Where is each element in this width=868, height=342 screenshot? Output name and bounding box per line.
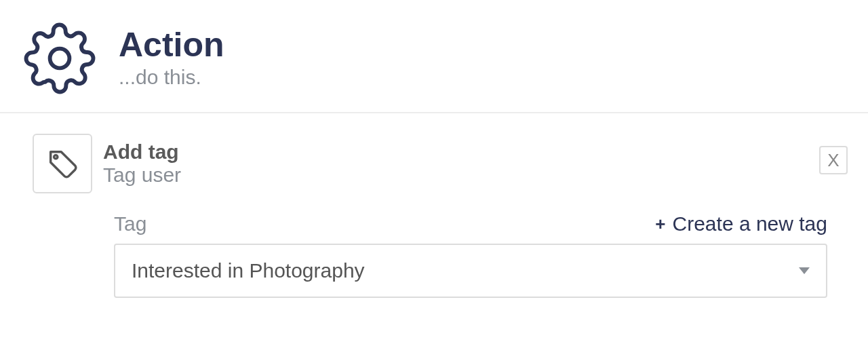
header-subtitle: ...do this. (119, 66, 224, 89)
tag-select-value: Interested in Photography (132, 259, 365, 282)
header-title: Action (119, 28, 224, 62)
svg-point-1 (54, 155, 58, 159)
tag-select[interactable]: Interested in Photography (114, 244, 827, 298)
action-title: Add tag (103, 140, 181, 164)
create-tag-link[interactable]: + Create a new tag (655, 212, 827, 235)
plus-icon: + (655, 214, 665, 235)
action-block: X Add tag Tag user Tag + Create a new ta… (0, 113, 868, 298)
action-row: Add tag Tag user (33, 134, 848, 193)
tag-field: Tag + Create a new tag Interested in Pho… (114, 212, 827, 298)
field-label: Tag (114, 212, 146, 235)
chevron-down-icon (799, 267, 810, 274)
gear-icon (20, 19, 98, 97)
svg-point-0 (50, 48, 69, 68)
field-header: Tag + Create a new tag (114, 212, 827, 235)
action-panel: Action ...do this. X Add tag Tag user Ta… (0, 0, 868, 298)
header-text: Action ...do this. (119, 28, 224, 89)
action-subtitle: Tag user (103, 164, 181, 187)
action-header: Action ...do this. (0, 0, 868, 113)
close-button[interactable]: X (819, 146, 848, 174)
tag-icon (33, 134, 92, 193)
create-tag-label: Create a new tag (673, 212, 827, 235)
action-text: Add tag Tag user (103, 140, 181, 187)
